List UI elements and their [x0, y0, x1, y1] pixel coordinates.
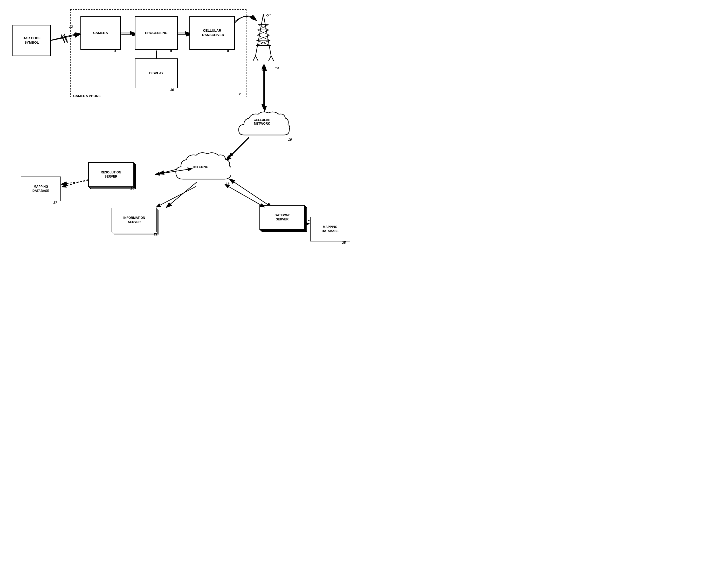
processing-box: PROCESSING	[135, 16, 178, 50]
gateway-server-label: GATEWAYSERVER	[274, 213, 290, 221]
label-12: 12	[69, 25, 73, 29]
information-server-label: INFORMATIONSERVER	[124, 216, 145, 224]
svg-line-51	[62, 180, 88, 187]
resolution-server-label: RESOLUTIONSERVER	[101, 171, 121, 178]
internet-cloud	[171, 151, 231, 190]
svg-line-50	[228, 187, 265, 207]
svg-line-35	[256, 56, 258, 61]
barcode-label: BAR CODESYMBOL	[22, 36, 41, 45]
label-20: 20	[131, 187, 134, 190]
label-27: 27	[53, 200, 57, 204]
cellular-network-cloud	[233, 109, 290, 146]
svg-line-37	[271, 56, 274, 61]
camera-box: CAMERA	[81, 16, 121, 50]
label-23: 23	[300, 229, 303, 232]
label-10: 10	[170, 88, 174, 92]
svg-line-36	[269, 56, 271, 61]
camera-label: CAMERA	[93, 31, 108, 35]
display-box: DISPLAY	[135, 58, 178, 88]
mapping-db-left-label: MAPPINGDATABASE	[33, 185, 49, 193]
svg-line-49	[156, 187, 196, 207]
svg-line-8	[63, 35, 67, 43]
label-14: 14	[275, 66, 279, 70]
camera-phone-label: CAMERA PHONE	[73, 94, 101, 98]
cellular-network-label: CELLULARNETWORK	[239, 118, 285, 125]
label-22: 22	[154, 232, 157, 236]
internet-label: INTERNET	[182, 165, 222, 169]
mapping-db-right-label: MAPPINGDATABASE	[322, 225, 338, 233]
cellular-transceiver-box: CELLULARTRANSCEIVER	[189, 16, 235, 50]
svg-line-34	[253, 56, 256, 61]
barcode-box: BAR CODESYMBOL	[12, 25, 51, 56]
label-18: 18	[226, 182, 229, 186]
label-16: 16	[288, 137, 291, 141]
display-label: DISPLAY	[149, 71, 164, 76]
label-25: 25	[342, 241, 346, 245]
label-2: 2	[239, 92, 240, 96]
diagram-container: BAR CODESYMBOL CAMERA PHONE 2 CAMERA 4 P…	[0, 0, 363, 287]
svg-line-42	[64, 34, 67, 42]
tower-icon	[251, 14, 276, 71]
svg-line-16	[233, 182, 272, 208]
cellular-transceiver-label: CELLULARTRANSCEIVER	[200, 29, 224, 37]
mapping-db-right-box: MAPPINGDATABASE	[310, 217, 350, 241]
svg-line-7	[61, 35, 65, 43]
label-8: 8	[227, 49, 229, 53]
mapping-db-left-box: MAPPINGDATABASE	[21, 176, 61, 201]
svg-line-41	[61, 35, 65, 42]
label-6: 6	[170, 49, 172, 53]
processing-label: PROCESSING	[145, 31, 168, 35]
label-4: 4	[114, 49, 116, 53]
